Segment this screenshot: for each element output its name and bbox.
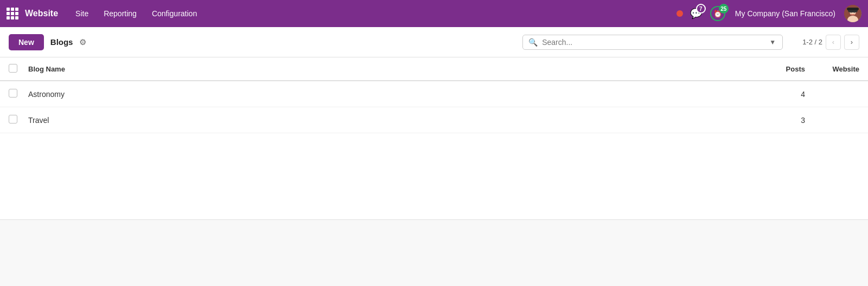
row-checkbox-0[interactable] [9,89,17,98]
table-row[interactable]: Astronomy 4 [0,81,868,107]
top-navigation: Website Site Reporting Configuration 💬 7… [0,0,868,27]
status-indicator [676,10,683,17]
table-header: Blog Name Posts Website [0,57,868,81]
settings-gear-icon[interactable]: ⚙ [79,37,86,47]
select-all-checkbox[interactable] [9,64,17,73]
activity-button[interactable]: ⏰ 25 [709,5,726,22]
nav-reporting[interactable]: Reporting [97,0,143,27]
row-checkbox-1[interactable] [9,115,17,123]
pagination-next-button[interactable]: › [844,35,859,50]
messages-button[interactable]: 💬 7 [687,5,705,22]
pagination-text: 1-2 / 2 [802,38,822,46]
nav-configuration[interactable]: Configuration [145,0,203,27]
search-dropdown-button[interactable]: ▼ [768,38,777,46]
row-posts-1: 3 [762,116,805,125]
svg-point-5 [854,11,856,13]
avatar-image [844,5,861,22]
page-title: Blogs [50,37,73,47]
activity-badge: 25 [719,4,729,14]
pagination: 1-2 / 2 ‹ › [802,35,859,50]
new-button[interactable]: New [9,34,44,50]
search-input[interactable] [542,38,768,47]
col-header-name: Blog Name [28,65,762,73]
footer [0,220,868,263]
pagination-prev-button[interactable]: ‹ [826,35,841,50]
svg-rect-6 [847,8,859,10]
messages-badge: 7 [696,4,706,14]
user-avatar[interactable] [844,5,861,22]
table-row[interactable]: Travel 3 [0,107,868,133]
blogs-table: Blog Name Posts Website Astronomy 4 Trav… [0,57,868,220]
row-posts-0: 4 [762,90,805,99]
toolbar: New Blogs ⚙ 🔍 ▼ 1-2 / 2 ‹ › [0,27,868,57]
svg-point-4 [851,11,852,13]
col-header-website: Website [805,65,859,73]
empty-table-area [0,133,868,220]
col-header-posts: Posts [762,65,805,73]
company-selector[interactable]: My Company (San Francisco) [735,9,835,18]
brand-logo[interactable]: Website [25,9,58,18]
nav-site[interactable]: Site [69,0,95,27]
row-name-1: Travel [28,116,762,125]
search-bar: 🔍 ▼ [522,35,783,50]
search-icon: 🔍 [528,38,538,47]
apps-grid-icon[interactable] [7,8,18,20]
row-name-0: Astronomy [28,90,762,99]
